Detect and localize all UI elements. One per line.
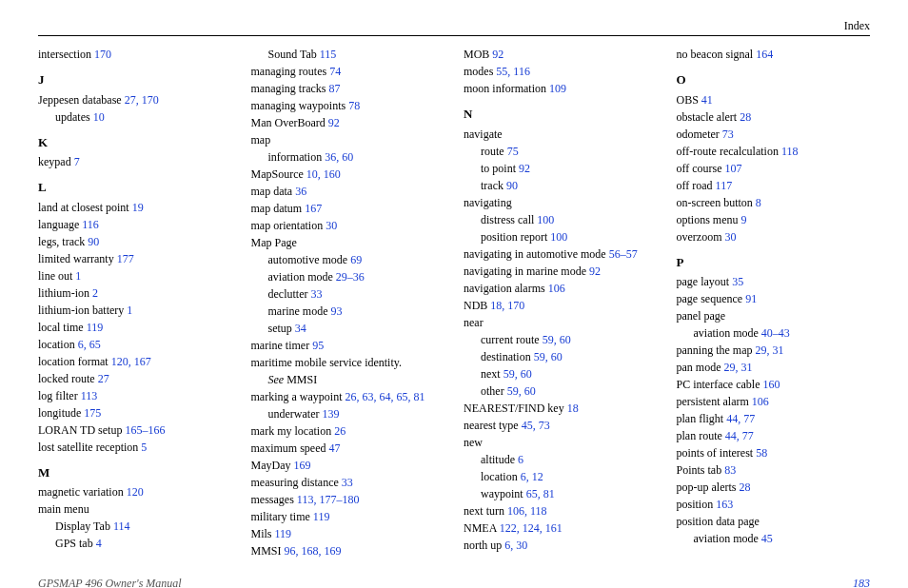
index-page-link[interactable]: 9 xyxy=(741,213,747,226)
index-page-link[interactable]: 92 xyxy=(519,162,530,175)
index-page-link[interactable]: 33 xyxy=(342,476,353,489)
index-page-link[interactable]: 119 xyxy=(87,321,104,334)
index-page-link[interactable]: 27 xyxy=(98,372,109,385)
index-page-link[interactable]: 18, 170 xyxy=(490,299,524,312)
index-page-link[interactable]: 69 xyxy=(350,253,362,266)
index-page-link[interactable]: 114 xyxy=(113,519,130,533)
index-page-link[interactable]: 19 xyxy=(132,201,144,214)
index-page-link[interactable]: 45, 73 xyxy=(522,419,550,432)
index-page-link[interactable]: 7 xyxy=(74,155,80,168)
index-page-link[interactable]: 8 xyxy=(756,196,761,209)
index-page-link[interactable]: 44, 77 xyxy=(725,429,754,442)
index-page-link[interactable]: 29, 31 xyxy=(755,343,783,357)
index-page-link[interactable]: 115 xyxy=(320,48,337,61)
index-page-link[interactable]: 29–36 xyxy=(336,270,365,284)
index-page-link[interactable]: 109 xyxy=(549,82,566,95)
index-page-link[interactable]: 160 xyxy=(762,378,780,391)
index-page-link[interactable]: 40–43 xyxy=(761,326,790,340)
index-page-link[interactable]: 96, 168, 169 xyxy=(285,544,342,558)
index-page-link[interactable]: 18 xyxy=(567,402,579,415)
index-page-link[interactable]: 113, 177–180 xyxy=(297,493,360,506)
index-page-link[interactable]: 56–57 xyxy=(609,247,638,261)
index-page-link[interactable]: 10 xyxy=(93,110,105,124)
index-page-link[interactable]: 91 xyxy=(745,292,757,305)
index-page-link[interactable]: 164 xyxy=(756,48,773,61)
index-page-link[interactable]: 5 xyxy=(141,441,147,454)
index-page-link[interactable]: 175 xyxy=(84,406,101,420)
index-page-link[interactable]: 117 xyxy=(716,179,733,192)
index-page-link[interactable]: 113 xyxy=(81,389,98,402)
index-page-link[interactable]: 106 xyxy=(752,395,769,408)
index-page-link[interactable]: 106, 118 xyxy=(507,504,547,518)
index-page-link[interactable]: 118 xyxy=(781,145,799,158)
index-page-link[interactable]: 120 xyxy=(127,485,144,499)
index-page-link[interactable]: 55, 116 xyxy=(496,65,530,78)
index-page-link[interactable]: 35 xyxy=(732,275,743,288)
index-page-link[interactable]: 29, 31 xyxy=(724,361,753,374)
index-page-link[interactable]: 2 xyxy=(92,286,98,300)
index-page-link[interactable]: 100 xyxy=(550,230,567,244)
index-page-link[interactable]: 122, 124, 161 xyxy=(500,521,563,535)
index-page-link[interactable]: 83 xyxy=(724,463,736,477)
index-page-link[interactable]: 107 xyxy=(725,162,742,175)
index-page-link[interactable]: 119 xyxy=(313,510,330,523)
index-page-link[interactable]: 92 xyxy=(328,116,340,129)
index-page-link[interactable]: 90 xyxy=(506,179,518,192)
index-page-link[interactable]: 92 xyxy=(492,48,503,61)
index-page-link[interactable]: 1 xyxy=(75,269,81,283)
index-page-link[interactable]: 74 xyxy=(329,65,341,78)
index-page-link[interactable]: 30 xyxy=(724,230,736,244)
index-page-link[interactable]: 28 xyxy=(739,480,750,494)
index-page-link[interactable]: 6, 12 xyxy=(521,470,543,483)
index-entry: aviation mode 40–43 xyxy=(677,324,871,342)
index-page-link[interactable]: 119 xyxy=(275,527,292,540)
index-page-link[interactable]: 27, 170 xyxy=(125,93,159,107)
index-page-link[interactable]: 47 xyxy=(328,441,340,455)
index-page-link[interactable]: 45 xyxy=(761,532,773,545)
index-page-link[interactable]: 44, 77 xyxy=(726,412,755,425)
index-column-2: Sound Tab 115managing routes 74managing … xyxy=(251,46,445,559)
index-page-link[interactable]: 58 xyxy=(756,446,767,460)
index-page-link[interactable]: 92 xyxy=(589,265,601,278)
index-page-link[interactable]: 170 xyxy=(94,48,111,61)
index-page-link[interactable]: 28 xyxy=(740,110,751,124)
index-page-link[interactable]: 33 xyxy=(310,287,322,301)
index-page-link[interactable]: 26, 63, 64, 65, 81 xyxy=(345,390,424,403)
index-page-link[interactable]: 100 xyxy=(537,213,554,226)
index-page-link[interactable]: 59, 60 xyxy=(534,350,563,363)
index-page-link[interactable]: 6, 65 xyxy=(78,338,101,351)
index-page-link[interactable]: 73 xyxy=(722,127,734,141)
index-page-link[interactable]: 36, 60 xyxy=(325,150,353,164)
index-page-link[interactable]: 59, 60 xyxy=(503,367,532,381)
index-page-link[interactable]: 90 xyxy=(88,235,99,248)
index-page-link[interactable]: 169 xyxy=(294,459,311,472)
index-page-link[interactable]: 1 xyxy=(127,304,132,317)
index-page-link[interactable]: 93 xyxy=(330,304,342,318)
index-page-link[interactable]: 120, 167 xyxy=(111,355,151,368)
index-page-link[interactable]: 165–166 xyxy=(125,423,165,437)
index-page-link[interactable]: 26 xyxy=(334,424,345,438)
index-page-link[interactable]: 106 xyxy=(548,282,565,295)
index-entry-label: map data xyxy=(251,185,293,198)
index-page-link[interactable]: 4 xyxy=(96,537,102,550)
index-page-link[interactable]: 6, 30 xyxy=(504,539,527,552)
index-page-link[interactable]: 59, 60 xyxy=(507,384,536,398)
index-page-link[interactable]: 177 xyxy=(117,252,134,265)
index-page-link[interactable]: 75 xyxy=(507,145,519,158)
index-page-link[interactable]: 167 xyxy=(305,202,322,215)
index-page-link[interactable]: 36 xyxy=(295,185,306,198)
index-page-link[interactable]: 78 xyxy=(348,99,360,112)
index-page-link[interactable]: 163 xyxy=(716,498,733,511)
index-page-link[interactable]: 34 xyxy=(295,322,306,335)
index-page-link[interactable]: 65, 81 xyxy=(526,487,555,500)
index-entry-label: marine mode xyxy=(268,304,328,318)
index-page-link[interactable]: 6 xyxy=(518,453,523,466)
index-page-link[interactable]: 41 xyxy=(701,93,713,107)
index-page-link[interactable]: 139 xyxy=(322,407,339,421)
index-page-link[interactable]: 59, 60 xyxy=(543,333,571,346)
index-page-link[interactable]: 95 xyxy=(312,339,324,352)
index-page-link[interactable]: 116 xyxy=(82,218,99,231)
index-page-link[interactable]: 87 xyxy=(328,82,340,95)
index-page-link[interactable]: 10, 160 xyxy=(306,167,341,181)
index-page-link[interactable]: 30 xyxy=(326,219,337,232)
